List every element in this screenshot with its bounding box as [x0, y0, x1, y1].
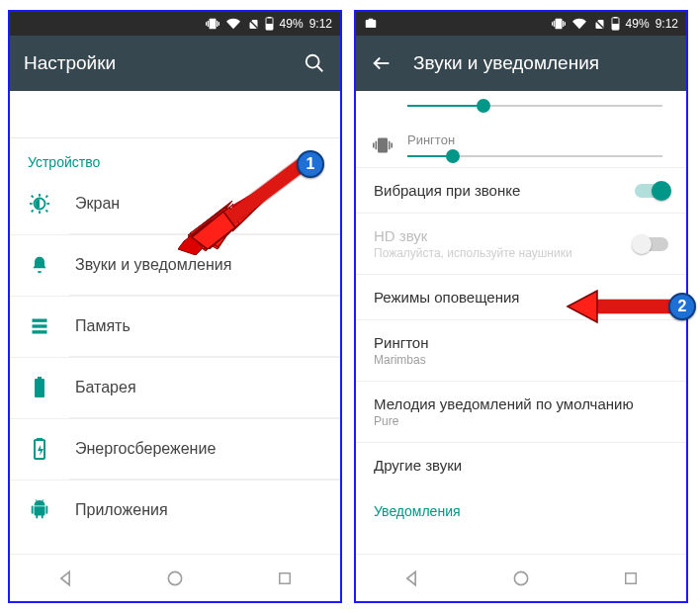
- svg-point-22: [168, 571, 181, 584]
- row-apps[interactable]: Приложения: [10, 480, 340, 540]
- svg-rect-23: [280, 572, 291, 583]
- row-title: Мелодия уведомлений по умолчанию: [374, 395, 668, 412]
- svg-rect-28: [612, 24, 619, 30]
- row-label: Энергосбережение: [75, 440, 216, 458]
- nav-bar: [356, 554, 686, 601]
- slider-row-ringtone: Рингтон: [356, 123, 686, 167]
- app-bar: Настройки: [10, 36, 340, 91]
- nav-bar: [10, 554, 340, 601]
- annotation-badge-2: 2: [668, 293, 696, 320]
- slider-track[interactable]: [407, 155, 662, 157]
- svg-line-11: [32, 196, 34, 198]
- row-other-sounds[interactable]: Другие звуки: [356, 442, 686, 487]
- annotation-arrow-1: [186, 158, 309, 249]
- row-label: Память: [75, 317, 131, 335]
- row-battery[interactable]: Батарея: [10, 357, 340, 417]
- svg-rect-27: [613, 17, 617, 18]
- svg-line-5: [317, 66, 323, 72]
- svg-marker-47: [568, 291, 597, 322]
- row-subtitle: Пожалуйста, используйте наушники: [374, 246, 635, 260]
- row-vibrate-on-call[interactable]: Вибрация при звонке: [356, 167, 686, 213]
- status-bar: 49% 9:12: [10, 12, 340, 36]
- nav-back-icon[interactable]: [51, 565, 79, 592]
- svg-rect-16: [33, 324, 47, 327]
- page-title: Настройки: [24, 52, 283, 74]
- nav-recent-icon[interactable]: [617, 565, 645, 592]
- row-title: HD звук: [374, 227, 635, 244]
- row-label: Звуки и уведомления: [75, 256, 231, 274]
- no-sim-icon: [247, 17, 259, 31]
- svg-rect-30: [626, 572, 637, 583]
- row-storage[interactable]: Память: [10, 296, 340, 356]
- screenshot-icon: [364, 17, 378, 31]
- bell-icon: [28, 253, 51, 277]
- app-bar: Звуки и уведомления: [356, 36, 686, 91]
- svg-rect-17: [33, 330, 47, 333]
- phone-screenshot-1: 49% 9:12 Настройки Устройство Экран Звук…: [8, 10, 342, 603]
- svg-rect-21: [38, 438, 42, 440]
- toggle-vibrate[interactable]: [635, 184, 668, 198]
- row-title: Вибрация при звонке: [374, 182, 635, 199]
- vibrate-icon: [552, 17, 566, 31]
- battery-text: 49%: [280, 17, 304, 31]
- android-icon: [28, 498, 51, 522]
- row-powersave[interactable]: Энергосбережение: [10, 418, 340, 479]
- annotation-badge-1: 1: [297, 150, 324, 178]
- no-sim-icon: [593, 17, 605, 31]
- battery-saver-icon: [28, 437, 51, 461]
- slider-row-previous: [356, 91, 686, 123]
- storage-icon: [28, 314, 51, 338]
- back-icon[interactable]: [370, 51, 394, 75]
- wifi-icon: [571, 17, 587, 31]
- clock-text: 9:12: [309, 17, 332, 31]
- svg-point-29: [514, 571, 527, 584]
- svg-line-14: [45, 210, 47, 212]
- nav-home-icon[interactable]: [507, 565, 535, 592]
- section-header-notifications: Уведомления: [356, 487, 686, 523]
- svg-rect-2: [267, 17, 271, 18]
- battery-text: 49%: [626, 17, 650, 31]
- svg-line-12: [45, 196, 47, 198]
- row-label: Приложения: [75, 501, 168, 519]
- blank-row: [10, 91, 340, 138]
- battery-icon: [28, 376, 51, 399]
- nav-back-icon[interactable]: [397, 565, 425, 592]
- annotation-arrow-2: [566, 285, 684, 334]
- clock-text: 9:12: [656, 17, 678, 31]
- row-hd-sound: HD звук Пожалуйста, используйте наушники: [356, 213, 686, 274]
- svg-rect-18: [35, 379, 44, 397]
- row-subtitle: Pure: [374, 414, 668, 428]
- svg-line-13: [32, 210, 34, 212]
- slider-track[interactable]: [407, 105, 662, 107]
- battery-icon: [611, 17, 620, 31]
- row-title: Рингтон: [374, 334, 668, 351]
- svg-point-4: [306, 55, 319, 68]
- row-subtitle: Marimbas: [374, 353, 668, 367]
- status-bar: 49% 9:12: [356, 12, 686, 36]
- vibrate-icon: [372, 134, 394, 156]
- vibrate-icon: [206, 17, 219, 31]
- slider-label: Рингтон: [407, 132, 662, 147]
- row-label: Батарея: [75, 379, 136, 396]
- row-title: Другие звуки: [374, 457, 668, 474]
- battery-icon: [265, 17, 274, 31]
- svg-rect-3: [266, 24, 273, 30]
- row-label: Экран: [75, 195, 120, 213]
- svg-rect-19: [38, 377, 42, 379]
- brightness-icon: [28, 192, 51, 216]
- wifi-icon: [225, 17, 241, 31]
- row-default-notification[interactable]: Мелодия уведомлений по умолчанию Pure: [356, 381, 686, 442]
- toggle-hd: [635, 237, 668, 251]
- svg-rect-15: [33, 319, 47, 322]
- nav-home-icon[interactable]: [161, 565, 189, 592]
- nav-recent-icon[interactable]: [271, 565, 299, 592]
- page-title: Звуки и уведомления: [413, 52, 672, 74]
- search-icon[interactable]: [303, 51, 326, 75]
- svg-rect-24: [366, 20, 377, 28]
